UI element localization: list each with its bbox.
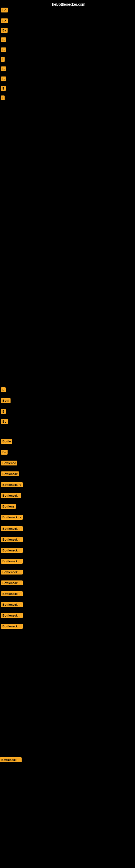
badge-2: Bo	[1, 19, 8, 23]
badge-16: Ba	[1, 450, 8, 455]
badge-8: B	[1, 76, 6, 82]
badge-15: Bottle	[1, 439, 12, 444]
badge-14: Bo	[1, 419, 8, 424]
badge-22: Bottleneck re	[1, 515, 23, 520]
badge-27: Bottleneck resu	[1, 569, 23, 575]
badge-17: Bottlenec	[1, 461, 17, 465]
badge-3: Ba	[1, 28, 8, 33]
badge-31: Bottleneck resu	[1, 613, 23, 618]
badge-10: I	[1, 95, 5, 100]
badge-6: I	[1, 57, 5, 62]
badge-1: Bo	[1, 8, 8, 12]
badge-25: Bottleneck resu	[1, 548, 23, 553]
badge-11: E	[1, 388, 6, 392]
badge-19: Bottleneck re	[1, 482, 23, 487]
badge-26: Bottleneck resu	[1, 559, 23, 564]
badge-29: Bottleneck resu	[1, 591, 23, 596]
badge-32: Bottleneck resu	[1, 624, 23, 629]
badge-12: Bottl	[1, 398, 10, 403]
badge-23: Bottleneck resu	[1, 526, 23, 531]
badge-5: B	[1, 48, 6, 52]
badge-13: E	[1, 409, 6, 414]
badge-30: Bottleneck resu	[1, 602, 23, 607]
badge-9: E	[1, 86, 6, 91]
badge-33: Bottleneck res	[0, 757, 21, 762]
badge-7: B	[1, 66, 6, 71]
badge-20: Bottleneck r	[1, 493, 21, 498]
site-title: TheBottlenecker.com	[50, 2, 85, 6]
badge-4: B	[1, 37, 6, 42]
badge-28: Bottleneck resu	[1, 581, 23, 585]
badge-24: Bottleneck resu	[1, 537, 23, 542]
badge-18: Bottleneck	[1, 471, 19, 476]
badge-21: Bottlene	[1, 504, 16, 509]
